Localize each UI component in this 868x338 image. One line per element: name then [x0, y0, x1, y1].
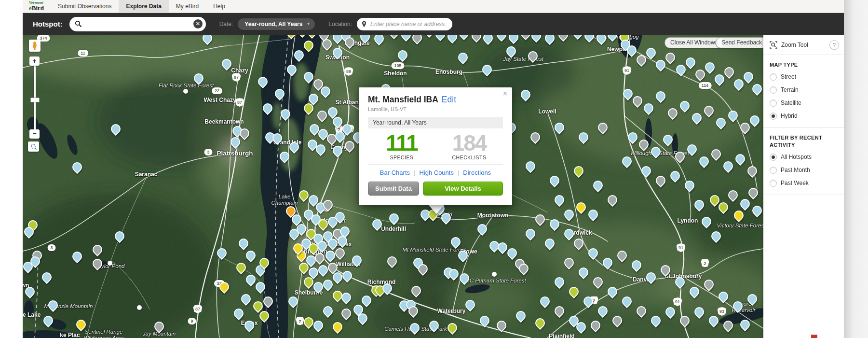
hotspot-marker[interactable]: [91, 243, 104, 256]
popup-link-high-counts[interactable]: High Counts: [419, 169, 454, 176]
hotspot-marker[interactable]: [649, 314, 663, 327]
hotspot-marker[interactable]: [690, 111, 704, 125]
hotspot-marker[interactable]: [746, 186, 760, 199]
popup-link-bar-charts[interactable]: Bar Charts: [380, 169, 410, 176]
hotspot-marker[interactable]: [183, 89, 188, 94]
hotspot-marker[interactable]: [481, 35, 495, 45]
hotspot-marker[interactable]: [683, 179, 696, 192]
menu-item-help[interactable]: Help: [206, 0, 232, 13]
hotspot-marker[interactable]: [738, 121, 752, 134]
hotspot-marker[interactable]: [556, 35, 570, 42]
zoom-in-button[interactable]: +: [29, 56, 40, 66]
hotspot-marker[interactable]: [750, 204, 763, 217]
hotspot-marker[interactable]: [702, 278, 716, 291]
hotspot-marker[interactable]: [591, 179, 605, 192]
hotspot-marker[interactable]: [726, 188, 740, 202]
hotspot-marker[interactable]: [305, 35, 319, 39]
send-feedback-button[interactable]: Send Feedback: [716, 37, 768, 48]
date-dropdown[interactable]: Year-round, All Years ▼: [238, 18, 315, 30]
hotspot-marker[interactable]: [533, 212, 547, 226]
menu-item-explore-data[interactable]: Explore Data: [119, 0, 168, 13]
hotspot-marker[interactable]: [232, 307, 245, 320]
hotspot-marker[interactable]: [201, 35, 214, 45]
hotspot-marker[interactable]: [562, 256, 576, 269]
hotspot-marker[interactable]: [360, 294, 373, 307]
vermont-ebird-logo[interactable]: Vermont eBird: [23, 0, 51, 13]
hotspot-marker[interactable]: [543, 35, 556, 45]
menu-item-my-ebird[interactable]: My eBird: [169, 0, 206, 13]
hotspot-marker[interactable]: [256, 75, 270, 88]
hotspot-marker[interactable]: [261, 295, 275, 308]
hotspot-marker[interactable]: [572, 237, 585, 250]
hotspot-marker[interactable]: [606, 285, 619, 298]
hotspot-marker[interactable]: [137, 305, 142, 310]
hotspot-marker[interactable]: [654, 174, 667, 187]
hotspot-marker[interactable]: [589, 319, 602, 332]
hotspot-marker[interactable]: [321, 278, 335, 291]
hotspot-marker[interactable]: [408, 321, 421, 335]
hotspot-search-input[interactable]: [85, 20, 193, 28]
hotspot-marker[interactable]: [702, 104, 716, 117]
hotspot-marker[interactable]: [692, 305, 706, 319]
hotspot-marker[interactable]: [732, 77, 746, 91]
hotspot-marker[interactable]: [586, 246, 600, 260]
hotspot-marker[interactable]: [109, 122, 122, 136]
hotspot-marker[interactable]: [553, 304, 566, 318]
hotspot-marker[interactable]: [492, 272, 497, 277]
hotspot-marker[interactable]: [40, 270, 54, 284]
hotspot-marker[interactable]: [396, 48, 409, 62]
hotspot-marker[interactable]: [553, 121, 566, 134]
hotspot-marker[interactable]: [714, 116, 728, 129]
hotspot-marker[interactable]: [700, 215, 713, 228]
hotspot-marker[interactable]: [567, 285, 581, 298]
hotspot-marker[interactable]: [726, 109, 740, 122]
hotspot-marker[interactable]: [278, 150, 291, 163]
hotspot-marker[interactable]: [339, 307, 353, 320]
hotspot-marker[interactable]: [750, 82, 763, 96]
hotspot-marker[interactable]: [631, 94, 644, 108]
hotspot-marker[interactable]: [722, 65, 736, 79]
location-input[interactable]: [369, 20, 448, 28]
location-search-box[interactable]: [357, 18, 452, 30]
hotspot-marker[interactable]: [642, 101, 655, 115]
hotspot-marker[interactable]: [572, 164, 585, 178]
hotspot-marker[interactable]: [529, 130, 542, 144]
hotspot-marker[interactable]: [746, 164, 759, 178]
hotspot-marker[interactable]: [524, 159, 537, 173]
filter-help-button[interactable]: ?: [829, 40, 839, 50]
filter-option-past-week[interactable]: Past Week: [763, 177, 844, 190]
hotspot-marker[interactable]: [261, 101, 274, 115]
hotspot-marker[interactable]: [709, 147, 723, 161]
map-type-option-hybrid[interactable]: Hybrid: [763, 110, 844, 123]
hotspot-marker[interactable]: [639, 164, 653, 178]
hotspot-marker[interactable]: [664, 51, 677, 64]
hotspot-marker[interactable]: [254, 280, 267, 294]
hotspot-marker[interactable]: [495, 35, 508, 42]
zoom-out-button[interactable]: −: [29, 129, 40, 139]
hotspot-marker[interactable]: [296, 35, 309, 38]
hotspot-marker[interactable]: [692, 198, 706, 211]
hotspot-marker[interactable]: [678, 99, 692, 113]
hotspot-marker[interactable]: [333, 246, 347, 260]
hotspot-marker[interactable]: [340, 269, 354, 282]
hotspot-marker[interactable]: [713, 72, 726, 86]
hotspot-marker[interactable]: [709, 229, 723, 243]
hotspot-marker[interactable]: [372, 35, 386, 45]
map-type-option-terrain[interactable]: Terrain: [763, 84, 844, 97]
hotspot-marker[interactable]: [661, 133, 675, 146]
hotspot-marker[interactable]: [387, 211, 401, 225]
street-view-pegman-button[interactable]: [29, 40, 41, 52]
hotspot-marker[interactable]: [562, 208, 576, 221]
hotspot-marker[interactable]: [292, 48, 306, 62]
hotspot-marker[interactable]: [548, 174, 561, 187]
hotspot-marker[interactable]: [610, 314, 624, 327]
hotspot-marker[interactable]: [446, 35, 459, 43]
hotspot-marker[interactable]: [315, 109, 329, 122]
hotspot-marker[interactable]: [635, 53, 648, 67]
zoom-slider-handle[interactable]: [30, 98, 40, 102]
hotspot-marker[interactable]: [519, 88, 532, 101]
zoom-to-area-button[interactable]: [28, 141, 39, 152]
hotspot-marker[interactable]: [331, 320, 344, 334]
hotspot-marker[interactable]: [626, 130, 639, 144]
hotspot-marker[interactable]: [562, 227, 576, 240]
